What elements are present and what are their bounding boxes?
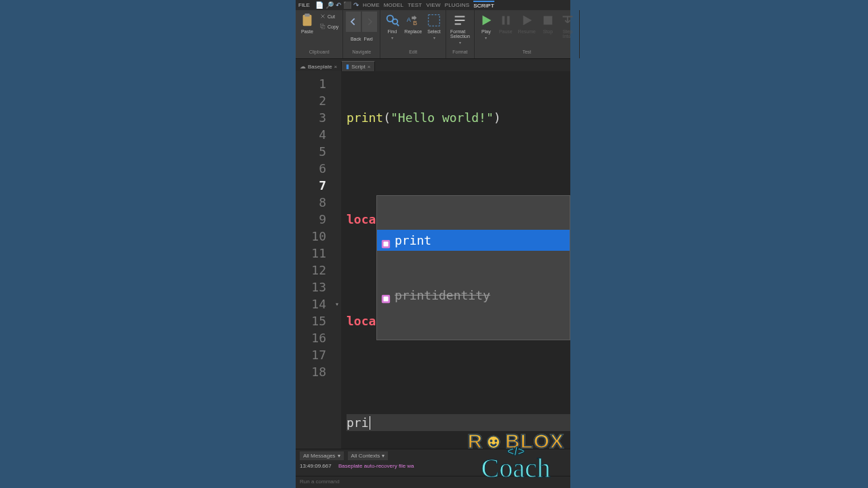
fold-column: ▾ xyxy=(333,71,341,449)
resume-button: Resume xyxy=(517,12,537,35)
autocomplete-item[interactable]: printidentity xyxy=(377,285,570,306)
code-area[interactable]: print("Hello world!") local apples = 10 … xyxy=(341,71,570,449)
tab-baseplate[interactable]: ☁ Baseplate × xyxy=(296,62,342,71)
plugin-icon[interactable]: ⬛ xyxy=(343,1,351,9)
chevron-down-icon: ▾ xyxy=(338,453,340,459)
code-editor[interactable]: 1 2 3 4 5 6 7 8 9 10 11 12 13 14 15 16 1… xyxy=(296,71,570,449)
ribbon-group-navigate: Back Fwd Navigate xyxy=(343,10,380,58)
ribbon-label: Format xyxy=(452,49,467,54)
svg-rect-9 xyxy=(502,16,505,25)
ribbon-group-test: Play▾ Pause Resume Stop Step Into xyxy=(475,10,580,58)
function-icon xyxy=(381,236,391,245)
cut-button[interactable]: Cut xyxy=(318,12,340,21)
ribbon-label: Edit xyxy=(409,49,417,54)
ribbon: Paste Cut Copy Clipboard xyxy=(296,10,570,59)
format-selection-button[interactable]: Format Selection▾ xyxy=(449,12,471,46)
back-button[interactable] xyxy=(346,12,361,32)
svg-rect-8 xyxy=(429,15,440,26)
back-label: Back xyxy=(351,37,361,41)
function-icon xyxy=(381,291,391,300)
redo-icon[interactable]: ↷ xyxy=(353,1,359,9)
ribbon-group-edit: Find▾ AB Replace Select▾ Edit xyxy=(380,10,446,58)
ribbon-tab-view[interactable]: VIEW xyxy=(426,2,440,8)
text-cursor xyxy=(370,416,370,430)
select-button[interactable]: Select▾ xyxy=(425,12,443,41)
svg-rect-15 xyxy=(384,296,389,301)
forward-button[interactable] xyxy=(362,12,377,32)
ribbon-tab-plugins[interactable]: PLUGINS xyxy=(445,2,470,8)
ribbon-label: Test xyxy=(522,49,531,54)
tab-script[interactable]: ▮ Script × xyxy=(342,61,375,71)
ribbon-label: Clipboard xyxy=(309,49,330,54)
output-filter-contexts[interactable]: All Contexts▾ xyxy=(348,451,389,460)
script-icon: ▮ xyxy=(346,63,349,70)
undo-icon[interactable]: ↶ xyxy=(336,1,341,9)
ribbon-label: Navigate xyxy=(353,49,372,54)
close-icon[interactable]: × xyxy=(334,64,338,70)
ribbon-tab-home[interactable]: HOME xyxy=(363,2,380,8)
document-tabs: ☁ Baseplate × ▮ Script × xyxy=(296,59,570,71)
svg-text:B: B xyxy=(413,20,417,26)
svg-point-5 xyxy=(393,19,397,24)
svg-rect-11 xyxy=(543,16,552,25)
cloud-icon: ☁ xyxy=(300,63,306,70)
output-filter-messages[interactable]: All Messages▾ xyxy=(300,451,344,460)
play-button[interactable]: Play▾ xyxy=(477,12,495,41)
svg-rect-13 xyxy=(384,241,389,246)
replace-button[interactable]: AB Replace xyxy=(403,12,423,35)
svg-rect-10 xyxy=(507,16,510,25)
ribbon-group-format: Format Selection▾ Format xyxy=(446,10,475,58)
quick-access-toolbar: 📄 🔎 ↶ ⬛ ↷ xyxy=(315,1,359,9)
binoculars-icon[interactable]: 🔎 xyxy=(326,1,334,9)
find-button[interactable]: Find▾ xyxy=(383,12,401,41)
autocomplete-item[interactable]: print xyxy=(377,230,570,251)
ribbon-tab-test[interactable]: TEST xyxy=(408,2,422,8)
svg-rect-1 xyxy=(304,14,309,17)
ribbon-tab-script[interactable]: SCRIPT xyxy=(473,1,494,9)
fwd-label: Fwd xyxy=(364,37,373,41)
close-icon[interactable]: × xyxy=(368,64,371,70)
stop-button: Stop xyxy=(539,12,557,35)
copy-button[interactable]: Copy xyxy=(318,22,340,31)
top-menu-bar: FILE 📄 🔎 ↶ ⬛ ↷ HOME MODEL TEST VIEW PLUG… xyxy=(296,0,570,10)
command-placeholder: Run a command xyxy=(300,479,340,485)
watermark-logo: R☻BLOX </> Coach xyxy=(467,430,564,484)
fold-toggle[interactable]: ▾ xyxy=(333,296,341,312)
ribbon-group-clipboard: Paste Cut Copy Clipboard xyxy=(296,10,343,58)
step-into-button: Step Into xyxy=(559,12,576,40)
ribbon-tab-model[interactable]: MODEL xyxy=(384,2,403,8)
svg-text:A: A xyxy=(407,16,412,23)
autocomplete-popup[interactable]: print printidentity xyxy=(376,195,570,340)
chevron-down-icon: ▾ xyxy=(382,453,384,459)
new-icon[interactable]: 📄 xyxy=(315,1,323,9)
line-gutter: 1 2 3 4 5 6 7 8 9 10 11 12 13 14 15 16 1… xyxy=(296,71,333,449)
app-window: FILE 📄 🔎 ↶ ⬛ ↷ HOME MODEL TEST VIEW PLUG… xyxy=(296,0,570,488)
file-menu[interactable]: FILE xyxy=(298,2,310,8)
pause-button: Pause xyxy=(497,12,515,35)
paste-button[interactable]: Paste xyxy=(298,12,316,35)
